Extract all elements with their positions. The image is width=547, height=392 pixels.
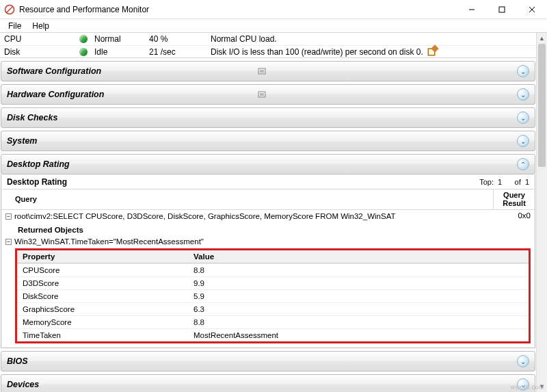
menu-bar: File Help (0, 19, 547, 33)
query-row: − root\cimv2:SELECT CPUScore, D3DScore, … (1, 210, 535, 222)
section-system[interactable]: System ⌄ (1, 131, 535, 151)
query-header: Query (1, 190, 494, 209)
table-row: DiskScore5.9 (17, 289, 529, 302)
table-row: CPUScore8.8 (17, 263, 529, 276)
resource-desc: Disk I/O is less than 100 (read/write) p… (211, 47, 532, 57)
query-text: root\cimv2:SELECT CPUScore, D3DScore, Di… (14, 212, 395, 220)
table-row: D3DScore9.9 (17, 276, 529, 289)
table-row: GraphicsScore6.3 (17, 302, 529, 315)
chevron-up-icon[interactable]: ⌃ (517, 158, 529, 170)
section-bios[interactable]: BIOS ⌄ (1, 351, 535, 371)
chevron-down-icon[interactable]: ⌄ (517, 135, 529, 147)
scroll-thumb[interactable] (538, 44, 546, 167)
chevron-down-icon[interactable]: ⌄ (517, 112, 529, 124)
table-row: TimeTakenMostRecentAssessment (17, 328, 529, 341)
edit-icon[interactable] (427, 48, 436, 56)
chevron-down-icon[interactable]: ⌄ (517, 355, 529, 367)
object-label: Win32_WinSAT.TimeTaken="MostRecentAssess… (14, 237, 204, 246)
scroll-up-button[interactable]: ▲ (537, 33, 547, 44)
title-bar: Resource and Performance Monitor (0, 0, 547, 19)
resource-name: Disk (4, 47, 79, 57)
resource-value: 21 /sec (149, 47, 211, 57)
watermark: wsxdn.com (510, 384, 544, 391)
resource-desc: Normal CPU load. (211, 34, 532, 44)
collapse-icon[interactable]: − (5, 239, 12, 245)
status-dot-icon (79, 35, 88, 43)
query-header-row: Query Query Result (1, 190, 535, 210)
returned-object-row: − Win32_WinSAT.TimeTaken="MostRecentAsse… (15, 236, 531, 247)
returned-objects-label: Returned Objects (15, 224, 531, 236)
svg-line-1 (7, 7, 12, 12)
collapse-icon[interactable]: − (5, 213, 12, 220)
section-disk-checks[interactable]: Disk Checks ⌄ (1, 107, 535, 128)
section-hardware-config[interactable]: Hardware Configuration ⌄ (1, 84, 535, 105)
scroll-track[interactable] (537, 44, 547, 381)
section-desktop-rating[interactable]: Desktop Rating ⌃ (1, 154, 535, 174)
property-table: Property Value CPUScore8.8 D3DScore9.9 D… (17, 250, 529, 341)
report-icon (256, 90, 268, 99)
chevron-down-icon[interactable]: ⌄ (517, 65, 529, 77)
status-dot-icon (79, 48, 88, 56)
pagination: Top: 1 of 1 (479, 178, 529, 186)
maximize-button[interactable] (487, 0, 517, 19)
report-icon (256, 67, 268, 75)
window-controls (457, 0, 547, 19)
svg-rect-3 (499, 7, 505, 12)
vertical-scrollbar[interactable]: ▲ ▼ (536, 33, 547, 392)
window-title: Resource and Performance Monitor (19, 5, 457, 14)
resource-row-disk: Disk Idle 21 /sec Disk I/O is less than … (0, 45, 536, 57)
resource-rows: CPU Normal 40 % Normal CPU load. Disk Id… (0, 33, 536, 58)
svg-rect-9 (258, 92, 265, 97)
resource-row-cpu: CPU Normal 40 % Normal CPU load. (0, 33, 536, 45)
menu-help[interactable]: Help (27, 20, 55, 32)
resource-value: 40 % (149, 34, 211, 44)
col-property: Property (17, 250, 188, 263)
minimize-button[interactable] (457, 0, 487, 19)
app-icon (4, 4, 15, 15)
section-software-config[interactable]: Software Configuration ⌄ (1, 61, 535, 81)
section-devices[interactable]: Devices ⌄ (1, 374, 535, 392)
table-row: MemoryScore8.8 (17, 315, 529, 328)
query-result-value: 0x0 (494, 210, 535, 222)
resource-status: Idle (94, 47, 149, 57)
svg-rect-6 (258, 68, 265, 74)
panel-title: Desktop Rating (7, 177, 479, 187)
property-table-highlight: Property Value CPUScore8.8 D3DScore9.9 D… (15, 248, 531, 343)
close-button[interactable] (517, 0, 547, 19)
query-result-header: Query Result (494, 190, 535, 209)
col-value: Value (188, 250, 529, 263)
resource-name: CPU (4, 34, 79, 44)
menu-file[interactable]: File (3, 20, 27, 32)
desktop-rating-panel: Desktop Rating Top: 1 of 1 Query Query R… (1, 174, 535, 348)
chevron-down-icon[interactable]: ⌄ (517, 88, 529, 101)
resource-status: Normal (94, 34, 149, 44)
